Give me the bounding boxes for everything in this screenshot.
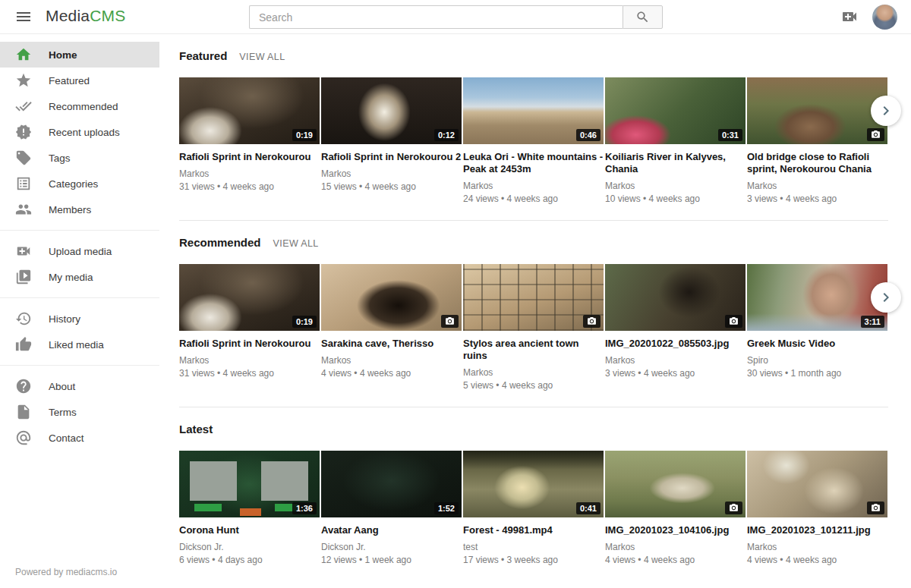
media-thumbnail[interactable]: 1:36 xyxy=(179,451,320,517)
chevron-right-icon xyxy=(877,288,895,307)
media-thumbnail[interactable] xyxy=(463,264,604,331)
media-title[interactable]: Rafioli Sprint in Nerokourou xyxy=(179,338,320,350)
sidebar-item-recommended[interactable]: Recommended xyxy=(0,93,159,119)
media-thumbnail[interactable] xyxy=(747,77,887,144)
media-card[interactable]: IMG_20201023_101211.jpgMarkos4 views • 4… xyxy=(747,451,887,584)
media-thumbnail[interactable]: 3:11 xyxy=(747,264,887,331)
sidebar-item-my-media[interactable]: My media xyxy=(0,264,159,290)
sidebar-item-about[interactable]: About xyxy=(0,373,159,399)
sidebar-item-tags[interactable]: Tags xyxy=(0,145,159,171)
media-title[interactable]: IMG_20201022_085503.jpg xyxy=(605,338,746,350)
media-title[interactable]: Old bridge close to Rafioli sprint, Nero… xyxy=(747,151,887,175)
media-author[interactable]: Markos xyxy=(463,181,604,191)
sidebar-item-members[interactable]: Members xyxy=(0,197,159,222)
media-author[interactable]: Markos xyxy=(747,181,887,191)
video-library-icon xyxy=(15,269,32,285)
media-author[interactable]: Markos xyxy=(321,168,462,179)
media-title[interactable]: Sarakina cave, Therisso xyxy=(321,338,462,350)
media-thumbnail[interactable]: 0:31 xyxy=(605,77,746,144)
media-author[interactable]: Markos xyxy=(463,367,604,378)
media-card[interactable]: Sarakina cave, TherissoMarkos4 views • 4… xyxy=(321,264,462,398)
sidebar-item-liked-media[interactable]: Liked media xyxy=(0,332,159,357)
media-card[interactable]: IMG_20201023_104106.jpgMarkos4 views • 4… xyxy=(605,451,746,584)
media-author[interactable]: test xyxy=(463,542,604,552)
media-card[interactable]: IMG_20201022_085503.jpgMarkos3 views • 4… xyxy=(605,264,746,398)
search-icon xyxy=(635,10,650,24)
user-avatar[interactable] xyxy=(872,5,897,30)
media-card[interactable]: 1:36 Corona HuntDickson Jr.6 views • 4 d… xyxy=(179,451,320,584)
media-card[interactable]: Stylos area ancient town ruinsMarkos5 vi… xyxy=(463,264,604,398)
duration-badge: 3:11 xyxy=(861,316,884,328)
view-all-link[interactable]: VIEW ALL xyxy=(239,52,285,62)
sidebar-item-label: Members xyxy=(49,204,91,215)
media-card[interactable]: 3:11 Greek Music VideoSpiro30 views • 1 … xyxy=(747,264,887,398)
media-meta: 12 views • 1 week ago xyxy=(321,555,462,565)
media-meta: 4 views • 4 weeks ago xyxy=(747,555,887,565)
media-title[interactable]: Koiliaris River in Kalyves, Chania xyxy=(605,151,746,175)
view-all-link[interactable]: VIEW ALL xyxy=(273,238,319,249)
sidebar-item-label: Categories xyxy=(49,178,98,190)
logo[interactable]: MediaCMS xyxy=(46,7,125,25)
upload-media-button[interactable] xyxy=(840,8,859,27)
media-title[interactable]: Rafioli Sprint in Nerokourou 2 xyxy=(321,151,462,163)
media-author[interactable]: Dickson Jr. xyxy=(179,542,320,552)
sidebar-item-recent-uploads[interactable]: Recent uploads xyxy=(0,119,159,145)
document-icon xyxy=(15,404,32,420)
sidebar-item-history[interactable]: History xyxy=(0,306,159,332)
media-author[interactable]: Markos xyxy=(605,542,746,552)
search-input[interactable] xyxy=(249,5,623,29)
sidebar-item-terms[interactable]: Terms xyxy=(0,399,159,425)
search-button[interactable] xyxy=(623,5,663,29)
sidebar-item-upload-media[interactable]: Upload media xyxy=(0,238,159,264)
media-card[interactable]: 1:52 Avatar AangDickson Jr.12 views • 1 … xyxy=(321,451,462,584)
media-author[interactable]: Markos xyxy=(747,542,887,552)
media-card[interactable]: Old bridge close to Rafioli sprint, Nero… xyxy=(747,77,887,211)
media-card[interactable]: 0:19 Rafioli Sprint in NerokourouMarkos3… xyxy=(179,77,320,211)
media-author[interactable]: Markos xyxy=(321,355,462,366)
sidebar-item-label: Featured xyxy=(49,75,90,86)
media-author[interactable]: Markos xyxy=(179,168,320,179)
media-title[interactable]: Forest - 49981.mp4 xyxy=(463,524,604,536)
media-title[interactable]: Rafioli Sprint in Nerokourou xyxy=(179,151,320,163)
section-title: Featured xyxy=(179,49,227,62)
camera-icon xyxy=(587,316,597,326)
media-card[interactable]: 0:31 Koiliaris River in Kalyves, ChaniaM… xyxy=(605,77,746,211)
menu-button[interactable] xyxy=(14,8,33,27)
next-arrow-button[interactable] xyxy=(871,96,901,126)
duration-badge: 0:19 xyxy=(292,316,317,328)
media-card[interactable]: 0:41 Forest - 49981.mp4test17 views • 3 … xyxy=(463,451,604,584)
media-thumbnail[interactable]: 0:46 xyxy=(463,77,604,144)
sidebar-item-featured[interactable]: Featured xyxy=(0,68,159,93)
sidebar-item-contact[interactable]: Contact xyxy=(0,425,159,451)
sidebar-item-home[interactable]: Home xyxy=(0,42,159,68)
media-title[interactable]: Greek Music Video xyxy=(747,338,887,350)
media-title[interactable]: Corona Hunt xyxy=(179,524,320,536)
media-title[interactable]: IMG_20201023_104106.jpg xyxy=(605,524,746,536)
media-thumbnail[interactable] xyxy=(605,451,746,517)
main-content: Featured VIEW ALL 0:19 Rafioli Sprint in… xyxy=(159,34,911,588)
media-thumbnail[interactable] xyxy=(605,264,746,331)
at-email-icon xyxy=(15,429,32,446)
next-arrow-button[interactable] xyxy=(871,282,901,313)
media-title[interactable]: Avatar Aang xyxy=(321,524,462,536)
media-thumbnail[interactable] xyxy=(321,264,462,331)
media-author[interactable]: Markos xyxy=(179,355,320,366)
media-card[interactable]: 0:12 Rafioli Sprint in Nerokourou 2Marko… xyxy=(321,77,462,211)
media-title[interactable]: IMG_20201023_101211.jpg xyxy=(747,524,887,536)
media-thumbnail[interactable]: 0:19 xyxy=(179,77,320,144)
media-author[interactable]: Dickson Jr. xyxy=(321,542,462,552)
media-card[interactable]: 0:19 Rafioli Sprint in NerokourouMarkos3… xyxy=(179,264,320,398)
media-thumbnail[interactable]: 1:52 xyxy=(321,451,462,517)
media-title[interactable]: Leuka Ori - White mountains - Peak at 24… xyxy=(463,151,604,175)
sidebar-item-categories[interactable]: Categories xyxy=(0,171,159,197)
media-thumbnail[interactable]: 0:12 xyxy=(321,77,462,144)
media-card[interactable]: 0:46 Leuka Ori - White mountains - Peak … xyxy=(463,77,604,211)
media-author[interactable]: Spiro xyxy=(747,355,887,366)
media-thumbnail[interactable] xyxy=(747,451,887,517)
media-thumbnail[interactable]: 0:19 xyxy=(179,264,320,331)
media-author[interactable]: Markos xyxy=(605,181,746,191)
media-thumbnail[interactable]: 0:41 xyxy=(463,451,604,517)
video-upload-icon xyxy=(840,8,859,26)
media-title[interactable]: Stylos area ancient town ruins xyxy=(463,338,604,362)
media-author[interactable]: Markos xyxy=(605,355,746,366)
